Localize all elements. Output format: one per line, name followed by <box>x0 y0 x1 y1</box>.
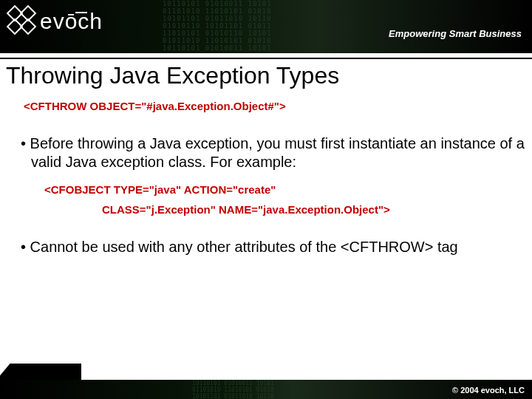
brand-name-text: evōch <box>40 9 103 33</box>
bullet-restriction: • Cannot be used with any other attribut… <box>21 238 526 256</box>
footer-binary-texture: 10110101 01010011 10101 01101010 1101010… <box>192 380 355 399</box>
macron-accent <box>75 12 87 13</box>
slide-content: Throwing Java Exception Types <CFTHROW O… <box>0 62 532 268</box>
logo-diamonds-icon <box>9 7 34 33</box>
brand-name: evōch <box>40 9 103 34</box>
header-bar: 10110101 01010011 10101 01101010 1101010… <box>0 0 532 53</box>
binary-texture: 10110101 01010011 10101 01101010 1101010… <box>163 0 369 53</box>
code-cfthrow: <CFTHROW OBJECT="#java.Exception.Object#… <box>24 100 526 112</box>
copyright-text: © 2004 evoch, LLC <box>452 386 525 395</box>
footer-slash-decoration <box>0 364 81 380</box>
header-rule <box>0 58 532 59</box>
brand-tagline: Empowering Smart Business <box>389 28 522 39</box>
brand-logo: evōch <box>9 7 103 33</box>
code-cfobject-line1: <CFOBJECT TYPE="java" ACTION="create" <box>44 183 526 196</box>
footer-bar: 10110101 01010011 10101 01101010 1101010… <box>0 380 532 399</box>
slide-title: Throwing Java Exception Types <box>6 62 526 89</box>
bullet-instantiate: • Before throwing a Java exception, you … <box>21 134 526 171</box>
code-cfobject-line2: CLASS="j.Exception" NAME="java.Exception… <box>102 203 526 216</box>
